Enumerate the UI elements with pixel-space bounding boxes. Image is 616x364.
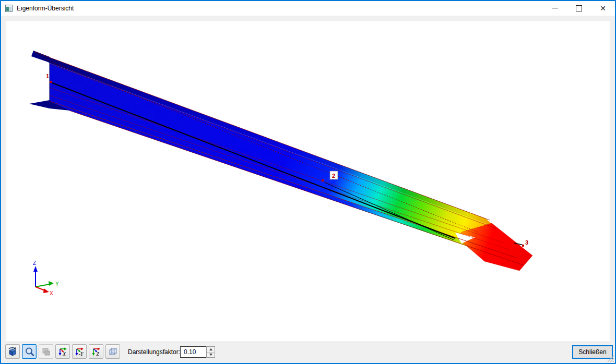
rotate-view-button[interactable]: [5, 344, 20, 359]
view-x-button[interactable]: X: [55, 344, 70, 359]
view-z-letter: Z: [97, 351, 100, 357]
node-marker[interactable]: [322, 179, 324, 181]
axis-y-label: Y: [55, 281, 59, 287]
minimize-button: [543, 1, 567, 16]
bottom-toolbar: X -Y Z: [1, 341, 615, 363]
beam-member: [29, 51, 532, 271]
view-z-button[interactable]: Z: [89, 344, 103, 359]
pan-button-disabled: [39, 344, 53, 359]
viewport-3d[interactable]: 1 2 3 Z Y X: [6, 21, 610, 341]
node-label[interactable]: 2: [332, 173, 335, 179]
title-bar: Eigenform-Übersicht ✕: [1, 1, 615, 16]
close-window-button[interactable]: ✕: [591, 1, 615, 16]
zoom-button[interactable]: [22, 344, 37, 359]
member-axis-line: [52, 83, 455, 238]
twisted-tip: [458, 223, 532, 271]
minimize-icon: [552, 8, 558, 9]
view-x-letter: X: [62, 351, 66, 357]
app-icon: [5, 5, 13, 12]
node-label[interactable]: 1: [46, 73, 49, 79]
view-x-icon: X: [57, 346, 68, 357]
axis-x-label: X: [50, 290, 53, 296]
node-marker[interactable]: [50, 81, 52, 83]
node-marker[interactable]: [522, 245, 524, 247]
pan-icon: [41, 346, 51, 357]
view-minus-y-button[interactable]: -Y: [72, 344, 87, 359]
mode-shape-rendering: 1 2 3 Z Y X: [6, 21, 610, 341]
display-factor-spinner: [206, 346, 215, 358]
dialog-window: Eigenform-Übersicht ✕: [0, 0, 616, 364]
view-minus-y-icon: -Y: [74, 346, 85, 357]
axis-z-label: Z: [33, 260, 36, 266]
display-factor-input[interactable]: [180, 346, 206, 358]
display-factor-label: Darstellungsfaktor:: [128, 341, 180, 363]
arrow-up-icon: [209, 348, 212, 350]
maximize-button[interactable]: [567, 1, 591, 16]
resize-grip[interactable]: [607, 355, 614, 362]
coordinate-axes: Z Y X: [33, 260, 59, 296]
spinner-up-button[interactable]: [207, 347, 215, 353]
isometric-view-button[interactable]: [105, 344, 120, 359]
isometric-cube-icon: [108, 346, 118, 357]
top-flange-band: [34, 52, 496, 227]
node-label[interactable]: 3: [525, 239, 528, 246]
view-minus-y-letter: -Y: [79, 351, 84, 357]
magnifier-icon: [24, 346, 34, 357]
arrow-down-icon: [209, 354, 212, 356]
close-icon: ✕: [600, 5, 606, 12]
spinner-down-button[interactable]: [207, 353, 215, 358]
rotate-3d-icon: [7, 346, 18, 357]
view-z-icon: Z: [91, 346, 101, 357]
window-title: Eigenform-Übersicht: [17, 5, 74, 12]
maximize-icon: [576, 5, 582, 11]
